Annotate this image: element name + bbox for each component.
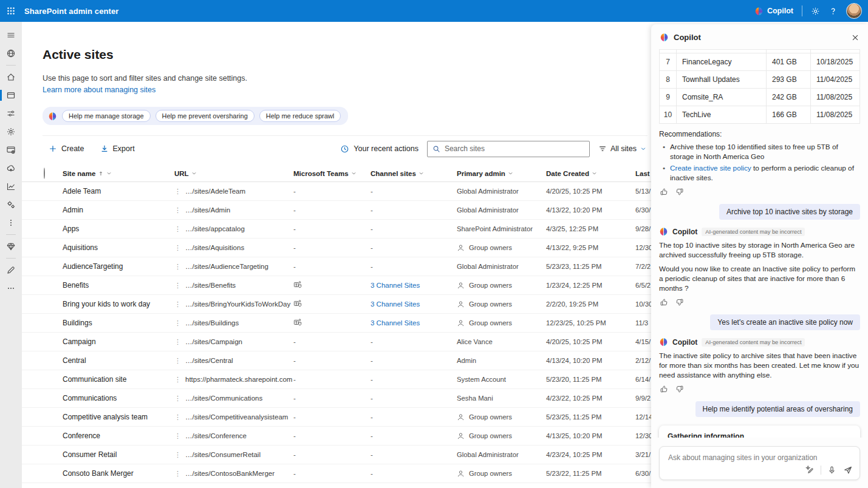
channel-sites-cell[interactable]: 3 Channel Sites xyxy=(371,319,457,327)
thumbs-up-icon[interactable] xyxy=(660,188,668,196)
sidebar-item-premium[interactable] xyxy=(0,237,22,256)
row-more-icon[interactable]: ⋮ xyxy=(174,300,181,308)
send-icon[interactable] xyxy=(842,464,853,475)
thumbs-up-icon[interactable] xyxy=(660,298,668,307)
site-name-cell[interactable]: Competitive analysis team xyxy=(63,413,174,421)
site-name-cell[interactable]: Apps xyxy=(63,225,174,233)
sidebar-item-advanced[interactable] xyxy=(0,195,22,214)
column-header-last-activity[interactable]: Last a xyxy=(635,170,651,177)
site-name-cell[interactable]: Adele Team xyxy=(63,187,174,195)
close-icon[interactable] xyxy=(851,33,859,42)
sidebar-item-more[interactable] xyxy=(0,279,22,297)
row-more-icon[interactable]: ⋮ xyxy=(174,244,181,252)
help-icon[interactable] xyxy=(829,7,838,16)
site-row[interactable]: Bring your kids to work day⋮…/sites/Brin… xyxy=(22,295,651,314)
site-row[interactable]: Admin⋮…/sites/Admin--Global Administrato… xyxy=(22,201,651,220)
sidebar-item-more-features[interactable] xyxy=(0,214,22,232)
row-more-icon[interactable]: ⋮ xyxy=(174,357,181,365)
site-row[interactable]: Benefits⋮…/sites/Benefits3 Channel Sites… xyxy=(22,276,651,295)
row-more-icon[interactable]: ⋮ xyxy=(174,319,181,327)
create-inactive-site-policy-link[interactable]: Create inactive site policy xyxy=(670,164,751,172)
row-more-icon[interactable]: ⋮ xyxy=(174,263,181,271)
create-button[interactable]: Create xyxy=(49,144,84,153)
mic-icon[interactable] xyxy=(827,465,837,475)
thumbs-down-icon[interactable] xyxy=(675,188,684,196)
select-all-checkbox[interactable] xyxy=(44,168,45,179)
column-header-site-name[interactable]: Site name xyxy=(63,170,174,177)
copilot-suggestion-chip-2[interactable]: Help me prevent oversharing xyxy=(155,110,255,122)
sidebar-item-edit[interactable] xyxy=(0,261,22,279)
sidebar-item-migration[interactable] xyxy=(0,159,22,177)
sidebar-item-policies[interactable] xyxy=(0,104,22,123)
row-more-icon[interactable]: ⋮ xyxy=(174,451,181,459)
sidebar-item-reports[interactable] xyxy=(0,177,22,195)
row-more-icon[interactable]: ⋮ xyxy=(174,413,181,421)
sidebar-item-home[interactable] xyxy=(0,68,22,86)
site-row[interactable]: Consumer Retail⋮…/sites/ConsumerRetail--… xyxy=(22,446,651,464)
site-name-cell[interactable]: Aquisitions xyxy=(63,243,174,252)
site-name-cell[interactable]: Central xyxy=(63,356,174,365)
user-avatar[interactable] xyxy=(846,3,862,19)
copilot-suggestion-chip-3[interactable]: Help me reduce sprawl xyxy=(259,110,341,122)
site-row[interactable]: Apps⋮…/sites/appcatalog--SharePoint Admi… xyxy=(22,220,651,239)
recent-actions-button[interactable]: Your recent actions xyxy=(340,144,419,154)
site-row[interactable]: Central⋮…/sites/Central--Admin4/13/24, 1… xyxy=(22,351,651,370)
site-row[interactable]: Communications⋮…/sites/Communications--S… xyxy=(22,389,651,408)
site-row[interactable]: Competitive analysis team⋮…/sites/Compet… xyxy=(22,408,651,427)
sidebar-item-menu[interactable] xyxy=(0,26,22,44)
copilot-suggestion-chip-1[interactable]: Help me manage storage xyxy=(62,110,151,122)
row-more-icon[interactable]: ⋮ xyxy=(174,225,181,233)
row-more-icon[interactable]: ⋮ xyxy=(174,432,181,440)
search-box[interactable] xyxy=(427,141,590,157)
site-row[interactable]: Campaign⋮…/sites/Campaign--Alice Vance4/… xyxy=(22,333,651,351)
thumbs-down-icon[interactable] xyxy=(675,298,684,307)
site-name-cell[interactable]: Conference xyxy=(63,432,174,440)
site-row[interactable]: Conference⋮…/sites/Conference--Group own… xyxy=(22,427,651,446)
sites-filter-dropdown[interactable]: All sites xyxy=(598,144,646,153)
sidebar-item-sites[interactable] xyxy=(0,86,22,104)
site-row[interactable]: AudienceTargeting⋮…/sites/AudienceTarget… xyxy=(22,257,651,276)
site-name-cell[interactable]: Communication site xyxy=(63,375,174,384)
row-more-icon[interactable]: ⋮ xyxy=(174,395,181,402)
thumbs-up-icon[interactable] xyxy=(660,385,668,393)
site-name-cell[interactable]: Benefits xyxy=(63,281,174,290)
channel-sites-link[interactable]: 3 Channel Sites xyxy=(371,319,420,327)
row-more-icon[interactable]: ⋮ xyxy=(174,206,181,214)
column-header-primary-admin[interactable]: Primary admin xyxy=(457,170,546,177)
row-more-icon[interactable]: ⋮ xyxy=(174,470,181,478)
column-header-date-created[interactable]: Date Created xyxy=(546,170,635,177)
app-launcher-waffle-icon[interactable] xyxy=(0,0,22,22)
site-row[interactable]: Communication site⋮https://pharmateck.sh… xyxy=(22,370,651,389)
row-more-icon[interactable]: ⋮ xyxy=(174,282,181,290)
site-name-cell[interactable]: Buildings xyxy=(63,319,174,327)
sidebar-item-content-services[interactable] xyxy=(0,141,22,159)
site-name-cell[interactable]: Admin xyxy=(63,206,174,214)
channel-sites-link[interactable]: 3 Channel Sites xyxy=(371,300,420,308)
row-more-icon[interactable]: ⋮ xyxy=(174,338,181,346)
thumbs-down-icon[interactable] xyxy=(675,385,684,393)
channel-sites-cell[interactable]: 3 Channel Sites xyxy=(371,282,457,289)
prompts-icon[interactable] xyxy=(804,464,815,475)
row-more-icon[interactable]: ⋮ xyxy=(174,188,181,195)
sidebar-item-world[interactable] xyxy=(0,44,22,63)
site-row[interactable]: Aquisitions⋮…/sites/Aquisitions--Group o… xyxy=(22,239,651,257)
row-more-icon[interactable]: ⋮ xyxy=(174,376,181,384)
copilot-input[interactable] xyxy=(660,447,859,462)
search-input[interactable] xyxy=(445,144,584,153)
learn-more-link[interactable]: Learn more about managing sites xyxy=(43,86,155,94)
column-header-channel-sites[interactable]: Channel sites xyxy=(371,170,457,177)
site-name-cell[interactable]: AudienceTargeting xyxy=(63,262,174,271)
site-name-cell[interactable]: Communications xyxy=(63,394,174,402)
site-name-cell[interactable]: Campaign xyxy=(63,337,174,346)
site-row[interactable]: Adele Team⋮…/sites/AdeleTeam--Global Adm… xyxy=(22,182,651,201)
export-button[interactable]: Export xyxy=(100,144,135,153)
settings-gear-icon[interactable] xyxy=(811,7,820,16)
site-name-cell[interactable]: Consoto Bank Merger xyxy=(63,469,174,478)
column-header-url[interactable]: URL xyxy=(174,170,293,177)
site-row[interactable]: Buildings⋮…/sites/Buildings3 Channel Sit… xyxy=(22,314,651,333)
channel-sites-link[interactable]: 3 Channel Sites xyxy=(371,282,420,289)
channel-sites-cell[interactable]: 3 Channel Sites xyxy=(371,300,457,308)
site-row[interactable]: Consoto Bank Merger⋮…/sites/ContosoBankM… xyxy=(22,464,651,483)
site-name-cell[interactable]: Consumer Retail xyxy=(63,450,174,459)
column-header-teams[interactable]: Microsoft Teams xyxy=(293,170,371,177)
